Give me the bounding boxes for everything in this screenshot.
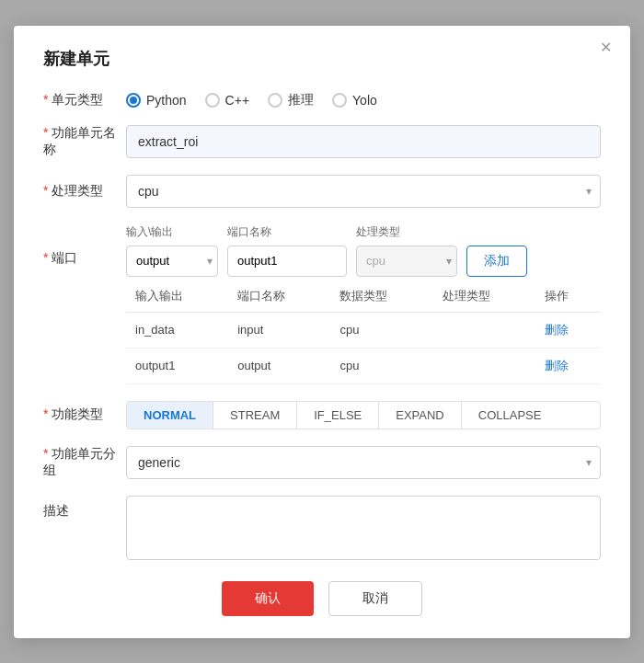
radio-yolo[interactable]: Yolo [332,93,377,108]
port-content: 输入\输出 output input ▾ 端口名称 [126,224,601,384]
func-group-label: 功能单元分组 [43,446,126,479]
func-name-input[interactable] [126,125,601,158]
col-action: 操作 [535,280,601,313]
port-add-button[interactable]: 添加 [466,246,527,277]
row1-io: in_data [126,312,228,348]
unit-type-radio-group: Python C++ 推理 Yolo [126,92,601,109]
port-name-col: 端口名称 [227,224,347,277]
radio-infer-circle [268,93,282,108]
func-group-content: generic ▾ [126,446,601,479]
radio-yolo-circle [332,93,347,108]
port-label: 端口 [43,224,126,267]
row1-process [433,312,535,348]
radio-cpp[interactable]: C++ [205,93,249,108]
port-io-col: 输入\输出 output input ▾ [126,224,218,277]
process-type-label: 处理类型 [43,183,126,200]
process-type-select[interactable]: cpu gpu [126,175,601,208]
port-name-label: 端口名称 [227,224,347,240]
close-button[interactable]: ✕ [600,40,612,55]
port-process-col: 处理类型 cpu ▾ [356,224,457,277]
row2-name: output [228,348,330,383]
func-group-select[interactable]: generic [126,446,601,479]
description-label: 描述 [43,496,126,520]
col-process: 处理类型 [433,280,535,313]
radio-cpp-circle [205,93,220,108]
unit-type-content: Python C++ 推理 Yolo [126,92,601,109]
radio-python[interactable]: Python [126,93,187,108]
radio-python-label: Python [146,93,187,108]
port-name-input[interactable] [227,246,347,277]
row2-process [433,348,535,383]
col-name: 端口名称 [228,280,330,313]
col-dtype: 数据类型 [330,280,432,313]
tab-expand[interactable]: EXPAND [379,402,462,429]
port-process-select[interactable]: cpu [356,246,457,277]
port-io-select[interactable]: output input [126,246,218,277]
func-name-content [126,125,601,158]
row1-delete-button[interactable]: 删除 [545,323,569,337]
func-group-row: 功能单元分组 generic ▾ [43,446,601,479]
tab-stream[interactable]: STREAM [213,402,297,429]
process-type-row: 处理类型 cpu gpu ▾ [43,175,601,208]
unit-type-label: 单元类型 [43,92,126,109]
radio-infer-label: 推理 [288,92,314,109]
row1-name: input [228,312,330,348]
description-row: 描述 [43,496,601,563]
func-type-content: NORMAL STREAM IF_ELSE EXPAND COLLAPSE [126,401,601,429]
tab-normal[interactable]: NORMAL [127,402,213,429]
func-type-row: 功能类型 NORMAL STREAM IF_ELSE EXPAND COLLAP… [43,401,601,429]
func-name-label: 功能单元名称 [43,125,126,158]
process-type-select-wrapper: cpu gpu ▾ [126,175,601,208]
col-io: 输入输出 [126,280,228,313]
description-textarea[interactable] [126,496,601,560]
radio-cpp-label: C++ [225,93,249,108]
radio-python-circle [126,93,141,108]
row2-delete-button[interactable]: 删除 [545,359,569,372]
radio-yolo-label: Yolo [352,93,377,108]
port-add-col: 添加 [466,227,527,277]
row2-io: output1 [126,348,228,383]
func-group-select-wrapper: generic ▾ [126,446,601,479]
func-type-tabs: NORMAL STREAM IF_ELSE EXPAND COLLAPSE [126,401,601,429]
port-row: 端口 输入\输出 output input ▾ 端 [43,224,601,384]
cancel-button[interactable]: 取消 [328,581,422,616]
dialog: ✕ 新建单元 单元类型 Python C++ 推理 [14,26,630,638]
func-type-label: 功能类型 [43,406,126,423]
port-inputs-section: 输入\输出 output input ▾ 端口名称 [126,224,601,277]
radio-infer[interactable]: 推理 [268,92,314,109]
port-io-select-wrapper: output input ▾ [126,246,218,277]
port-io-label: 输入\输出 [126,224,218,240]
table-row: output1 output cpu 删除 [126,348,601,383]
process-type-content: cpu gpu ▾ [126,175,601,208]
func-name-row: 功能单元名称 [43,125,601,158]
modal-title: 新建单元 [43,48,601,70]
port-process-label: 处理类型 [356,224,457,240]
port-process-select-wrapper: cpu ▾ [356,246,457,277]
port-table: 输入输出 端口名称 数据类型 处理类型 操作 in_data input cpu [126,280,601,384]
table-row: in_data input cpu 删除 [126,312,601,348]
form-footer: 确认 取消 [43,581,601,616]
unit-type-row: 单元类型 Python C++ 推理 [43,92,601,109]
tab-if-else[interactable]: IF_ELSE [297,402,379,429]
tab-collapse[interactable]: COLLAPSE [462,402,558,429]
confirm-button[interactable]: 确认 [222,581,314,616]
row1-dtype: cpu [330,312,432,348]
row2-dtype: cpu [330,348,432,383]
description-content [126,496,601,563]
